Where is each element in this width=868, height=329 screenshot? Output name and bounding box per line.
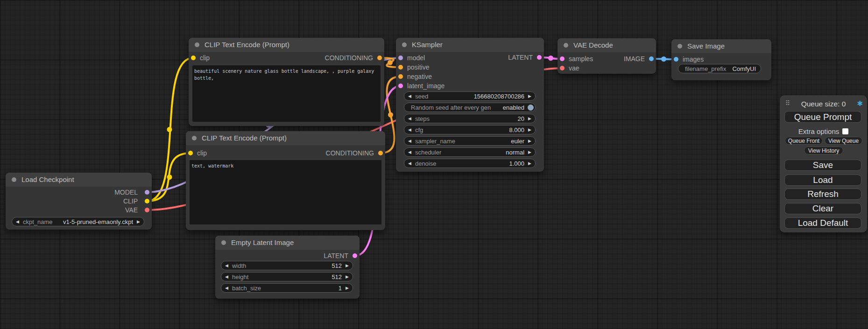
- output-label-latent: LATENT: [324, 251, 348, 260]
- view-queue-button[interactable]: View Queue: [825, 137, 862, 145]
- node-title-bar[interactable]: KSampler: [396, 38, 544, 52]
- gear-icon[interactable]: ✱: [857, 99, 863, 108]
- node-collapse-dot[interactable]: [12, 177, 16, 182]
- load-button[interactable]: Load: [784, 175, 861, 186]
- increment-arrow-icon[interactable]: ▶: [342, 261, 353, 270]
- output-dot-image[interactable]: [649, 56, 654, 61]
- refresh-button[interactable]: Refresh: [784, 189, 861, 200]
- widget-filename-prefix[interactable]: filename_prefix ComfyUI: [678, 64, 761, 73]
- widget-label: ckpt_name: [23, 218, 53, 225]
- increment-arrow-icon[interactable]: ▶: [524, 126, 535, 134]
- increment-arrow-icon[interactable]: ▶: [342, 284, 353, 292]
- queue-front-button[interactable]: Queue Front: [785, 137, 823, 145]
- widget-denoise[interactable]: ◀ denoise 1.000 ▶: [404, 159, 536, 168]
- widget-scheduler[interactable]: ◀ scheduler normal ▶: [404, 147, 536, 157]
- widget-seed[interactable]: ◀ seed 156680208700286 ▶: [404, 91, 536, 101]
- widget-label: width: [232, 262, 246, 269]
- widget-sampler-name[interactable]: ◀ sampler_name euler ▶: [404, 136, 536, 146]
- widget-label: Random seed after every gen: [404, 104, 491, 111]
- node-collapse-dot[interactable]: [564, 43, 568, 48]
- input-dot-clip[interactable]: [188, 151, 193, 155]
- positive-prompt-textarea[interactable]: beautiful scenery nature glass bottle la…: [192, 65, 381, 122]
- output-label-clip: CLIP: [123, 196, 138, 206]
- node-title-bar[interactable]: Save Image: [671, 39, 771, 53]
- node-collapse-dot[interactable]: [221, 240, 226, 245]
- node-clip-text-encode-negative[interactable]: CLIP Text Encode (Prompt) clip CONDITION…: [186, 131, 385, 230]
- comfyui-canvas[interactable]: { "nodes": { "load_checkpoint": { "title…: [0, 0, 868, 329]
- widget-width[interactable]: ◀ width 512 ▶: [221, 261, 353, 270]
- increment-arrow-icon[interactable]: ▶: [524, 92, 535, 100]
- widget-label: filename_prefix: [678, 65, 726, 72]
- widget-cfg[interactable]: ◀ cfg 8.000 ▶: [404, 125, 536, 134]
- decrement-arrow-icon[interactable]: ◀: [221, 284, 232, 292]
- input-dot-vae[interactable]: [560, 66, 565, 70]
- node-collapse-dot[interactable]: [195, 42, 199, 47]
- negative-prompt-textarea[interactable]: text, watermark: [190, 160, 381, 224]
- widget-label: seed: [415, 93, 428, 100]
- node-title-bar[interactable]: Load Checkpoint: [6, 173, 152, 187]
- node-title-bar[interactable]: Empty Latent Image: [215, 236, 360, 250]
- node-vae-decode[interactable]: VAE Decode samples vae IMAGE: [557, 38, 656, 74]
- decrement-arrow-icon[interactable]: ◀: [404, 114, 415, 123]
- node-title: CLIP Text Encode (Prompt): [202, 134, 287, 142]
- decrement-arrow-icon[interactable]: ◀: [404, 92, 415, 100]
- node-empty-latent-image[interactable]: Empty Latent Image LATENT ◀ width 512 ▶ …: [215, 236, 360, 299]
- decrement-arrow-icon[interactable]: ◀: [404, 148, 415, 156]
- queue-panel[interactable]: ⠿ Queue size: 0 ✱ Queue Prompt Extra opt…: [780, 95, 867, 232]
- widget-label: batch_size: [232, 285, 261, 292]
- widget-random-seed-toggle[interactable]: Random seed after every gen enabled: [404, 103, 536, 112]
- node-ksampler[interactable]: KSampler model positive negative latent_…: [396, 38, 544, 172]
- queue-prompt-button[interactable]: Queue Prompt: [784, 111, 861, 123]
- input-dot-negative[interactable]: [398, 74, 403, 79]
- node-collapse-dot[interactable]: [192, 136, 197, 140]
- increment-arrow-icon[interactable]: ▶: [524, 137, 535, 145]
- node-save-image[interactable]: Save Image images filename_prefix ComfyU…: [671, 39, 771, 80]
- input-dot-latent-image[interactable]: [398, 84, 403, 88]
- decrement-arrow-icon[interactable]: ◀: [404, 126, 415, 134]
- increment-arrow-icon[interactable]: ▶: [133, 217, 144, 226]
- node-title-bar[interactable]: CLIP Text Encode (Prompt): [186, 131, 385, 145]
- node-title-bar[interactable]: CLIP Text Encode (Prompt): [189, 38, 384, 52]
- widget-steps[interactable]: ◀ steps 20 ▶: [404, 114, 536, 123]
- output-dot-vae[interactable]: [145, 208, 149, 212]
- node-collapse-dot[interactable]: [402, 42, 407, 47]
- decrement-arrow-icon[interactable]: ◀: [221, 273, 232, 281]
- node-collapse-dot[interactable]: [677, 44, 682, 49]
- input-label-images: images: [683, 55, 704, 64]
- extra-options-checkbox[interactable]: [842, 128, 848, 134]
- input-dot-clip[interactable]: [191, 56, 196, 60]
- input-dot-images[interactable]: [674, 57, 678, 62]
- view-history-button[interactable]: View History: [804, 147, 843, 154]
- output-dot-conditioning[interactable]: [377, 56, 382, 60]
- load-default-button[interactable]: Load Default: [784, 217, 861, 229]
- output-dot-latent[interactable]: [353, 253, 357, 258]
- increment-arrow-icon[interactable]: ▶: [524, 114, 535, 123]
- input-dot-samples[interactable]: [560, 56, 565, 61]
- widget-height[interactable]: ◀ height 512 ▶: [221, 272, 353, 281]
- decrement-arrow-icon[interactable]: ◀: [12, 217, 23, 226]
- toggle-circle-icon[interactable]: [528, 105, 534, 111]
- output-dot-conditioning[interactable]: [378, 151, 383, 155]
- decrement-arrow-icon[interactable]: ◀: [221, 261, 232, 270]
- widget-value: 8.000: [509, 126, 525, 133]
- node-clip-text-encode-positive[interactable]: CLIP Text Encode (Prompt) clip CONDITION…: [189, 38, 384, 126]
- save-button[interactable]: Save: [784, 160, 861, 171]
- output-dot-latent[interactable]: [537, 55, 542, 60]
- output-dot-clip[interactable]: [145, 199, 149, 203]
- widget-batch-size[interactable]: ◀ batch_size 1 ▶: [221, 283, 353, 293]
- node-load-checkpoint[interactable]: Load Checkpoint MODEL CLIP VAE ◀ ckpt_na…: [6, 173, 152, 230]
- link-midpoint-dot: [661, 56, 666, 62]
- input-dot-positive[interactable]: [398, 65, 403, 70]
- decrement-arrow-icon[interactable]: ◀: [404, 159, 415, 168]
- increment-arrow-icon[interactable]: ▶: [342, 273, 353, 281]
- widget-label: height: [232, 273, 248, 280]
- clear-button[interactable]: Clear: [784, 203, 861, 214]
- node-title-bar[interactable]: VAE Decode: [557, 38, 656, 52]
- output-dot-model[interactable]: [145, 190, 149, 195]
- decrement-arrow-icon[interactable]: ◀: [404, 137, 415, 145]
- input-dot-model[interactable]: [398, 56, 403, 60]
- increment-arrow-icon[interactable]: ▶: [524, 159, 535, 168]
- widget-ckpt-name[interactable]: ◀ ckpt_name v1-5-pruned-emaonly.ckpt ▶: [12, 217, 144, 226]
- increment-arrow-icon[interactable]: ▶: [524, 148, 535, 156]
- widget-value: v1-5-pruned-emaonly.ckpt: [63, 218, 133, 225]
